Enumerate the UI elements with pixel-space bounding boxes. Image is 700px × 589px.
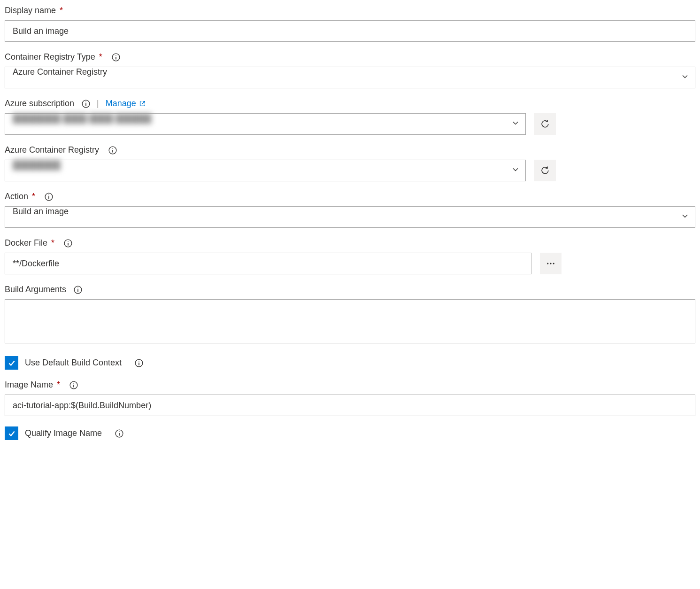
azure-subscription-select[interactable]: ████████ ████ ████ ██████ [5, 113, 526, 135]
info-icon[interactable] [112, 53, 120, 62]
docker-file-row [5, 253, 695, 274]
azure-container-registry-row: ████████ [5, 160, 695, 181]
label-separator: | [97, 99, 99, 108]
check-icon [8, 359, 16, 367]
image-name-input[interactable] [5, 395, 695, 416]
label-text: Container Registry Type [5, 52, 95, 62]
container-registry-type-select-wrapper: Azure Container Registry [5, 67, 695, 88]
select-value: Azure Container Registry [13, 67, 107, 77]
docker-file-input-wrapper [5, 253, 531, 274]
build-arguments-label: Build Arguments [5, 285, 695, 294]
qualify-image-name-checkbox[interactable] [5, 426, 18, 440]
select-value: ████████ ████ ████ ██████ [13, 114, 152, 123]
svg-point-27 [73, 383, 74, 384]
azure-container-registry-label: Azure Container Registry [5, 145, 695, 155]
check-icon [8, 429, 16, 438]
action-select-wrapper: Build an image [5, 206, 695, 228]
info-icon[interactable] [45, 193, 53, 201]
svg-point-18 [553, 263, 554, 264]
info-icon[interactable] [64, 239, 72, 248]
docker-file-input[interactable] [5, 253, 531, 274]
required-indicator: * [57, 380, 60, 390]
label-text: Display name [5, 6, 56, 16]
container-registry-type-field: Container Registry Type * Azure Containe… [5, 52, 695, 88]
svg-point-12 [48, 194, 49, 195]
manage-link-text: Manage [106, 99, 136, 108]
display-name-label: Display name * [5, 6, 695, 16]
info-icon[interactable] [74, 286, 82, 294]
qualify-image-name-label: Qualify Image Name [25, 428, 102, 438]
action-select[interactable]: Build an image [5, 206, 695, 228]
info-icon[interactable] [108, 146, 117, 155]
svg-line-6 [142, 101, 145, 103]
svg-point-16 [547, 263, 548, 264]
info-icon[interactable] [135, 359, 143, 367]
refresh-button[interactable] [534, 160, 556, 181]
azure-subscription-select-wrapper: ████████ ████ ████ ██████ [5, 113, 526, 135]
container-registry-type-select[interactable]: Azure Container Registry [5, 67, 695, 88]
required-indicator: * [99, 52, 102, 62]
manage-link[interactable]: Manage [106, 99, 146, 108]
refresh-icon [540, 166, 550, 175]
svg-point-24 [138, 361, 139, 362]
display-name-input[interactable] [5, 20, 695, 42]
select-value: ████████ [13, 160, 61, 170]
azure-container-registry-select[interactable]: ████████ [5, 160, 526, 181]
azure-container-registry-field: Azure Container Registry ████████ [5, 145, 695, 181]
azure-subscription-label: Azure subscription | Manage [5, 99, 695, 108]
container-registry-type-label: Container Registry Type * [5, 52, 695, 62]
azure-subscription-row: ████████ ████ ████ ██████ [5, 113, 695, 135]
svg-point-17 [550, 263, 551, 264]
info-icon[interactable] [115, 429, 123, 438]
select-value: Build an image [13, 207, 69, 216]
svg-point-15 [68, 241, 69, 242]
action-label: Action * [5, 192, 695, 202]
required-indicator: * [60, 6, 63, 16]
docker-file-label: Docker File * [5, 238, 695, 248]
docker-file-field: Docker File * [5, 238, 695, 274]
ellipsis-icon [546, 259, 555, 268]
display-name-field: Display name * [5, 6, 695, 42]
required-indicator: * [32, 192, 35, 202]
azure-subscription-field: Azure subscription | Manage ████████ ███… [5, 99, 695, 135]
qualify-image-name-row: Qualify Image Name [5, 426, 695, 440]
use-default-build-context-row: Use Default Build Context [5, 356, 695, 370]
svg-point-2 [115, 55, 116, 56]
use-default-build-context-checkbox[interactable] [5, 356, 18, 370]
action-field: Action * Build an image [5, 192, 695, 228]
label-text: Azure subscription [5, 99, 74, 108]
image-name-label: Image Name * [5, 380, 695, 390]
label-text: Docker File [5, 238, 47, 248]
label-text: Action [5, 192, 28, 202]
required-indicator: * [51, 238, 54, 248]
svg-point-21 [77, 287, 78, 288]
svg-point-30 [119, 431, 120, 432]
label-text: Azure Container Registry [5, 145, 99, 155]
refresh-icon [540, 119, 550, 129]
build-arguments-field: Build Arguments [5, 285, 695, 346]
info-icon[interactable] [82, 100, 90, 108]
svg-point-9 [112, 148, 113, 149]
label-text: Build Arguments [5, 285, 66, 294]
label-text: Image Name [5, 380, 53, 390]
browse-button[interactable] [540, 253, 562, 274]
info-icon[interactable] [69, 381, 78, 389]
refresh-button[interactable] [534, 113, 556, 135]
use-default-build-context-label: Use Default Build Context [25, 358, 122, 368]
svg-point-5 [85, 101, 86, 102]
azure-container-registry-select-wrapper: ████████ [5, 160, 526, 181]
external-link-icon [139, 101, 146, 107]
build-arguments-input[interactable] [5, 299, 695, 343]
image-name-field: Image Name * [5, 380, 695, 416]
